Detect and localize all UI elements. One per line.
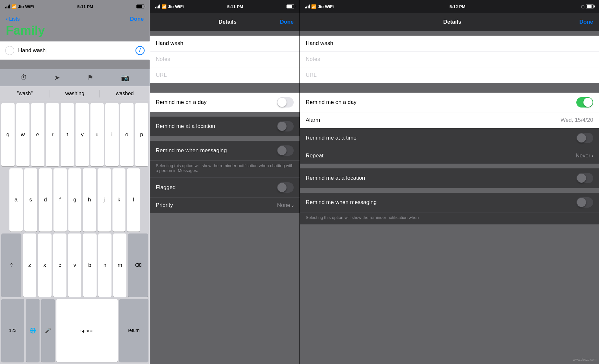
- key-m[interactable]: m: [113, 233, 126, 297]
- status-carrier-3: 📶 Jio WiFi: [305, 4, 334, 9]
- key-d[interactable]: d: [39, 168, 52, 232]
- reminder-text[interactable]: Hand wash: [18, 47, 132, 54]
- key-shift[interactable]: ⇧: [1, 233, 21, 297]
- remind-location-toggle-2[interactable]: [277, 121, 294, 131]
- key-r[interactable]: r: [46, 103, 59, 166]
- nav-bar-2: Details Done: [150, 13, 300, 31]
- priority-row-2[interactable]: Priority None ›: [150, 197, 300, 213]
- key-o[interactable]: o: [120, 103, 134, 166]
- p3-dark-toggle-thumb-b: [577, 174, 586, 183]
- remind-location-toggle-3[interactable]: [576, 173, 593, 183]
- back-button[interactable]: ‹ Lists: [6, 16, 20, 22]
- key-i[interactable]: i: [105, 103, 119, 166]
- panel-details-on: 📶 Jio WiFi 5:12 PM ▢ Details Done Hand w…: [300, 0, 599, 364]
- key-j[interactable]: j: [98, 168, 111, 232]
- time-label-1: 5:11 PM: [77, 4, 93, 9]
- remind-day-label-2: Remind me on a day: [156, 99, 207, 106]
- remind-day-toggle-2[interactable]: [277, 97, 294, 108]
- url-field-3[interactable]: URL: [300, 67, 599, 83]
- key-u[interactable]: u: [90, 103, 104, 166]
- item-name-text-3: Hand wash: [306, 40, 333, 46]
- reminder-input-text: Hand wash: [18, 47, 46, 53]
- cursor: [46, 48, 46, 53]
- location-icon[interactable]: ➤: [54, 74, 60, 82]
- key-w[interactable]: w: [16, 103, 29, 166]
- chevron-left-icon: ‹: [6, 16, 8, 22]
- key-z[interactable]: z: [23, 233, 36, 297]
- flagged-toggle-2[interactable]: [277, 182, 294, 193]
- dark-toggle-thumb-2c: [277, 183, 287, 192]
- key-space[interactable]: space: [56, 299, 118, 362]
- repeat-row-3[interactable]: Repeat Never ›: [300, 148, 599, 164]
- key-y[interactable]: y: [76, 103, 89, 166]
- key-f[interactable]: f: [53, 168, 66, 232]
- key-x[interactable]: x: [38, 233, 51, 297]
- wifi-icon-3: 📶: [311, 4, 316, 9]
- predictive-word-3[interactable]: washed: [100, 91, 149, 97]
- repeat-value-3: Never: [576, 153, 590, 159]
- key-n[interactable]: n: [98, 233, 112, 297]
- notes-field-3[interactable]: Notes: [300, 51, 599, 67]
- wifi-icon: 📶: [11, 4, 17, 9]
- signal-icon: [5, 5, 10, 8]
- done-button-2[interactable]: Done: [280, 19, 294, 25]
- repeat-right-3: Never ›: [576, 153, 593, 159]
- key-mic[interactable]: 🎤: [41, 299, 55, 362]
- url-field-2[interactable]: URL: [150, 67, 300, 83]
- key-b[interactable]: b: [83, 233, 96, 297]
- key-return[interactable]: return: [119, 299, 148, 362]
- wifi-icon-2: 📶: [161, 4, 167, 9]
- clock-icon[interactable]: ⏱: [20, 74, 27, 82]
- messaging-description-2: Selecting this option will show the remi…: [150, 161, 300, 177]
- key-a[interactable]: a: [9, 168, 22, 232]
- info-button[interactable]: i: [135, 46, 145, 55]
- key-q[interactable]: q: [1, 103, 15, 166]
- flagged-label-2: Flagged: [156, 184, 176, 191]
- key-v[interactable]: v: [68, 233, 81, 297]
- key-h[interactable]: h: [83, 168, 96, 232]
- screen-record-icon: ▢: [581, 5, 584, 9]
- complete-circle[interactable]: [5, 46, 14, 55]
- remind-time-toggle-3[interactable]: [576, 133, 593, 143]
- alarm-row-3[interactable]: Alarm Wed, 15/4/20: [300, 112, 599, 128]
- remind-messaging-toggle-2[interactable]: [277, 145, 294, 156]
- predictive-word-2[interactable]: washing: [50, 91, 100, 97]
- item-name-field-3[interactable]: Hand wash: [300, 36, 599, 51]
- watermark: www.deuzc.com: [573, 358, 596, 361]
- key-globe[interactable]: 🌐: [26, 299, 40, 362]
- done-button-3[interactable]: Done: [580, 19, 593, 25]
- key-123[interactable]: 123: [1, 299, 24, 362]
- key-k[interactable]: k: [112, 168, 125, 232]
- key-c[interactable]: c: [53, 233, 66, 297]
- remind-messaging-label-2: Remind me when messaging: [156, 147, 227, 154]
- camera-icon[interactable]: 📷: [121, 74, 130, 82]
- empty-list-area: [0, 60, 150, 69]
- predictive-word-1[interactable]: "wash": [0, 91, 50, 97]
- chevron-right-icon-2: ›: [292, 203, 294, 208]
- key-e[interactable]: e: [31, 103, 44, 166]
- carrier-label-1: Jio WiFi: [18, 4, 34, 9]
- url-placeholder-3: URL: [306, 72, 317, 78]
- notes-field-2[interactable]: Notes: [150, 51, 300, 67]
- reminder-row[interactable]: Hand wash i: [0, 41, 150, 60]
- time-label-3: 5:12 PM: [450, 4, 465, 9]
- notes-placeholder-3: Notes: [306, 56, 320, 62]
- done-button-1[interactable]: Done: [130, 16, 144, 22]
- url-placeholder-2: URL: [156, 72, 167, 78]
- separator-dark-3b: [300, 188, 599, 193]
- key-t[interactable]: t: [61, 103, 74, 166]
- remind-messaging-toggle-3[interactable]: [576, 197, 593, 208]
- panel-details-off: 📶 Jio WiFi 5:11 PM Details Done Hand was…: [150, 0, 300, 364]
- signal-icon-2: [155, 5, 160, 8]
- remind-day-toggle-3[interactable]: [576, 97, 593, 108]
- key-s[interactable]: s: [24, 168, 37, 232]
- dark-toggle-thumb-2b: [277, 146, 287, 155]
- key-p[interactable]: p: [135, 103, 148, 166]
- key-l[interactable]: l: [127, 168, 140, 232]
- key-g[interactable]: g: [68, 168, 81, 232]
- item-name-field-2[interactable]: Hand wash: [150, 36, 300, 51]
- key-row-1: q w e r t y u i o p: [1, 103, 148, 166]
- family-title: Family: [6, 24, 144, 38]
- flag-icon[interactable]: ⚑: [87, 74, 94, 82]
- key-delete[interactable]: ⌫: [128, 233, 148, 297]
